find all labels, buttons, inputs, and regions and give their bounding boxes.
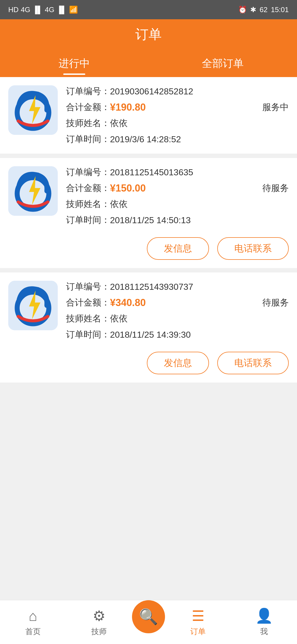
status-right: ⏰ ✱ 62 15:01 (238, 6, 289, 14)
status-time: 15:01 (271, 6, 289, 14)
status-4g1: 4G (21, 6, 31, 14)
status-wifi-icon: 📶 (69, 6, 78, 14)
order-logo-2 (8, 166, 58, 216)
order-tech-row-1: 技师姓名： 依依 (66, 117, 289, 129)
order-status-2: 待服务 (262, 182, 289, 194)
order-time-row-3: 订单时间： 2018/11/25 14:39:30 (66, 329, 289, 341)
profile-icon: 👤 (255, 607, 273, 624)
status-network: HD (8, 6, 19, 14)
order-tech-row-2: 技师姓名： 依依 (66, 198, 289, 210)
order-info-2: 订单编号： 20181125145013635 合计金额： ¥150.00 待服… (66, 166, 289, 226)
order-list: 订单编号： 20190306142852812 合计金额： ¥190.80 服务… (0, 77, 297, 383)
send-message-btn-2[interactable]: 发信息 (147, 237, 209, 260)
status-bluetooth-icon: ✱ (250, 6, 256, 14)
order-tech-row-3: 技师姓名： 依依 (66, 313, 289, 325)
call-btn-3[interactable]: 电话联系 (217, 352, 289, 374)
orders-label: 订单 (190, 626, 206, 637)
order-amount-row-3: 合计金额： ¥340.80 待服务 (66, 297, 289, 309)
status-bar: HD 4G ▐▌ 4G ▐▌ 📶 ⏰ ✱ 62 15:01 (0, 0, 297, 19)
page-title: 订单 (135, 26, 162, 43)
order-status-3: 待服务 (262, 297, 289, 309)
order-number-row-2: 订单编号： 20181125145013635 (66, 166, 289, 178)
order-actions-3: 发信息 电话联系 (0, 349, 297, 383)
order-amount-row-2: 合计金额： ¥150.00 待服务 (66, 182, 289, 194)
nav-item-technician[interactable]: ⚙ 技师 (66, 608, 132, 637)
order-number-row-1: 订单编号： 20190306142852812 (66, 85, 289, 97)
tab-all-orders[interactable]: 全部订单 (148, 50, 297, 77)
nav-item-home[interactable]: ⌂ 首页 (0, 608, 66, 637)
order-time-row-1: 订单时间： 2019/3/6 14:28:52 (66, 133, 289, 145)
technician-label: 技师 (91, 626, 107, 637)
order-logo-1 (8, 85, 58, 135)
home-icon: ⌂ (29, 608, 37, 624)
nav-search-button[interactable]: 🔍 (132, 600, 165, 633)
order-card-3[interactable]: 订单编号： 20181125143930737 合计金额： ¥340.80 待服… (0, 272, 297, 383)
nav-item-orders[interactable]: ☰ 订单 (165, 608, 231, 637)
order-number-row-3: 订单编号： 20181125143930737 (66, 281, 289, 293)
status-battery: 62 (260, 6, 268, 14)
status-4g2: 4G (45, 6, 54, 14)
order-info-1: 订单编号： 20190306142852812 合计金额： ¥190.80 服务… (66, 85, 289, 145)
bottom-nav: ⌂ 首页 ⚙ 技师 🔍 ☰ 订单 👤 我 (0, 600, 297, 644)
tab-active-orders[interactable]: 进行中 (0, 50, 148, 77)
order-card-2[interactable]: 订单编号： 20181125145013635 合计金额： ¥150.00 待服… (0, 158, 297, 268)
status-signal1: ▐▌ (32, 6, 43, 14)
order-status-1: 服务中 (262, 101, 289, 113)
order-info-3: 订单编号： 20181125143930737 合计金额： ¥340.80 待服… (66, 281, 289, 341)
order-logo-3 (8, 281, 58, 330)
me-label: 我 (260, 626, 268, 637)
orders-icon: ☰ (192, 608, 205, 624)
order-time-row-2: 订单时间： 2018/11/25 14:50:13 (66, 214, 289, 226)
status-left: HD 4G ▐▌ 4G ▐▌ 📶 (8, 6, 78, 14)
tabs-bar: 进行中 全部订单 (0, 50, 297, 77)
status-alarm-icon: ⏰ (238, 6, 247, 14)
search-icon: 🔍 (139, 608, 158, 626)
status-signal2: ▐▌ (57, 6, 67, 14)
technician-icon: ⚙ (93, 608, 106, 624)
send-message-btn-3[interactable]: 发信息 (147, 352, 209, 374)
order-card-1[interactable]: 订单编号： 20190306142852812 合计金额： ¥190.80 服务… (0, 77, 297, 154)
home-label: 首页 (25, 626, 41, 637)
order-amount-row-1: 合计金额： ¥190.80 服务中 (66, 101, 289, 113)
call-btn-2[interactable]: 电话联系 (217, 237, 289, 260)
nav-item-me[interactable]: 👤 我 (231, 607, 297, 637)
order-actions-2: 发信息 电话联系 (0, 234, 297, 268)
header: 订单 (0, 19, 297, 50)
